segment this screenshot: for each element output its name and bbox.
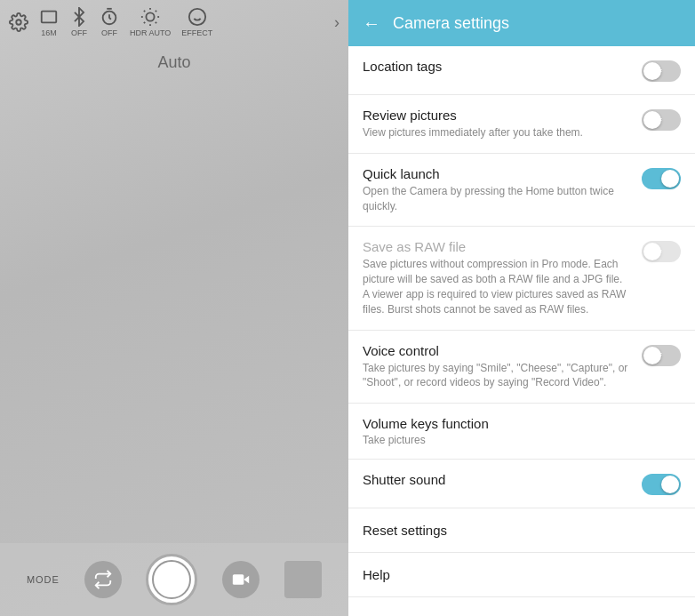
svg-marker-16 xyxy=(244,576,250,583)
settings-header: ← Camera settings xyxy=(348,0,695,46)
volume-keys-content: Volume keys function Take pictures xyxy=(363,416,681,446)
review-pictures-title: Review pictures xyxy=(363,108,631,123)
voice-control-desc: Take pictures by saying "Smile", "Cheese… xyxy=(363,361,631,391)
quick-launch-content: Quick launch Open the Camera by pressing… xyxy=(363,166,631,214)
timer-label: OFF xyxy=(101,28,117,37)
settings-item-save-raw: Save as RAW file Save pictures without c… xyxy=(348,227,695,330)
voice-control-content: Voice control Take pictures by saying "S… xyxy=(363,343,631,391)
settings-item-shutter-sound[interactable]: Shutter sound ON xyxy=(348,460,695,508)
location-tags-toggle[interactable]: OFF xyxy=(642,60,681,82)
help-title: Help xyxy=(363,567,681,582)
settings-item-review-pictures[interactable]: Review pictures View pictures immediatel… xyxy=(348,95,695,154)
save-raw-desc: Save pictures without compression in Pro… xyxy=(363,257,631,316)
shutter-sound-content: Shutter sound xyxy=(363,472,631,490)
volume-keys-value: Take pictures xyxy=(363,434,681,446)
review-pictures-desc: View pictures immediately after you take… xyxy=(363,125,631,140)
toggle-off-label: OFF xyxy=(647,248,663,256)
save-raw-title: Save as RAW file xyxy=(363,239,631,254)
ratio-label: 16M xyxy=(41,28,57,37)
svg-point-0 xyxy=(16,20,21,25)
camera-gallery-thumbnail[interactable] xyxy=(284,561,322,598)
reset-settings-title: Reset settings xyxy=(363,523,681,538)
settings-item-location-tags[interactable]: Location tags OFF xyxy=(348,46,695,95)
shutter-inner xyxy=(152,560,191,599)
settings-item-quick-launch[interactable]: Quick launch Open the Camera by pressing… xyxy=(348,154,695,228)
review-pictures-content: Review pictures View pictures immediatel… xyxy=(363,108,631,140)
save-raw-content: Save as RAW file Save pictures without c… xyxy=(363,239,631,316)
shutter-sound-toggle[interactable]: ON xyxy=(642,474,681,495)
camera-video-button[interactable] xyxy=(222,561,260,598)
back-button[interactable]: ← xyxy=(363,13,380,34)
svg-point-13 xyxy=(189,9,205,25)
toggle-off-label: OFF xyxy=(647,116,663,124)
camera-top-bar: 16M OFF OFF xyxy=(0,0,348,44)
svg-line-11 xyxy=(144,22,145,23)
volume-keys-title: Volume keys function xyxy=(363,416,681,431)
camera-hdr-icon[interactable]: HDR AUTO xyxy=(130,7,171,37)
voice-control-toggle[interactable]: OFF xyxy=(642,345,681,366)
shutter-sound-title: Shutter sound xyxy=(363,472,631,487)
settings-panel: ← Camera settings Location tags OFF Revi… xyxy=(348,0,695,616)
toggle-off-label: OFF xyxy=(647,68,663,76)
camera-viewfinder: 16M OFF OFF xyxy=(0,0,348,616)
shutter-button[interactable] xyxy=(146,554,197,605)
camera-ratio-icon[interactable]: 16M xyxy=(39,7,59,37)
svg-rect-17 xyxy=(233,574,244,585)
quick-launch-title: Quick launch xyxy=(363,166,631,181)
camera-bluetooth-icon[interactable]: OFF xyxy=(69,7,89,37)
camera-settings-icon[interactable] xyxy=(9,12,28,32)
location-tags-content: Location tags xyxy=(363,59,631,76)
svg-line-8 xyxy=(156,22,156,23)
voice-control-title: Voice control xyxy=(363,343,631,358)
settings-item-reset[interactable]: Reset settings xyxy=(348,508,695,553)
save-raw-toggle: OFF xyxy=(642,241,681,262)
quick-launch-desc: Open the Camera by pressing the Home but… xyxy=(363,184,631,214)
svg-rect-1 xyxy=(42,12,57,23)
camera-more-chevron[interactable]: › xyxy=(334,13,340,32)
camera-flip-button[interactable] xyxy=(84,561,122,598)
location-tags-title: Location tags xyxy=(363,59,631,74)
svg-line-7 xyxy=(144,11,145,12)
quick-launch-toggle[interactable]: ON xyxy=(642,168,681,189)
bluetooth-label: OFF xyxy=(71,28,87,37)
toggle-on-label: ON xyxy=(665,481,676,489)
camera-mode-button[interactable]: MODE xyxy=(27,574,60,585)
svg-line-12 xyxy=(156,11,156,12)
effect-label: EFFECT xyxy=(181,28,212,37)
toggle-off-label: OFF xyxy=(647,351,663,359)
camera-mode-label: Auto xyxy=(0,53,348,72)
settings-item-help[interactable]: Help xyxy=(348,553,695,597)
camera-timer-icon[interactable]: OFF xyxy=(100,7,119,37)
settings-title: Camera settings xyxy=(393,14,509,33)
review-pictures-toggle[interactable]: OFF xyxy=(642,109,681,131)
camera-bottom-bar: MODE xyxy=(0,543,348,616)
toggle-on-label: ON xyxy=(665,174,676,182)
settings-item-voice-control[interactable]: Voice control Take pictures by saying "S… xyxy=(348,331,695,404)
settings-item-volume-keys[interactable]: Volume keys function Take pictures xyxy=(348,404,695,460)
svg-point-4 xyxy=(147,12,155,20)
hdr-label: HDR AUTO xyxy=(130,28,171,37)
settings-list: Location tags OFF Review pictures View p… xyxy=(348,46,695,616)
camera-effect-icon[interactable]: EFFECT xyxy=(181,7,212,37)
